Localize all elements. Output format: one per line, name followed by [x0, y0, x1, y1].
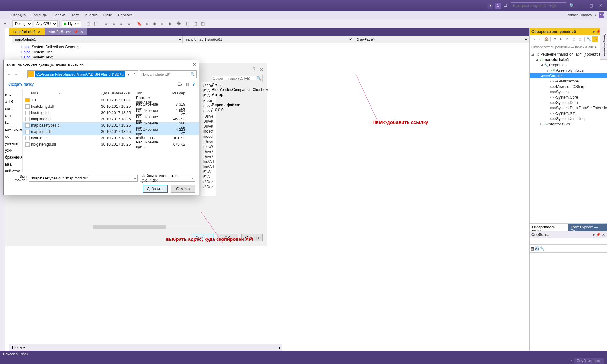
- notifications-flag-icon[interactable]: ▼: [487, 3, 493, 9]
- tab-team-explorer[interactable]: Team Explorer — Ож...: [568, 223, 607, 231]
- run-button[interactable]: ▶ Пуск ▾: [62, 20, 81, 27]
- tool-icon-4[interactable]: ≡: [111, 21, 117, 27]
- props-wrench-icon[interactable]: 🔧: [540, 246, 545, 251]
- file-search-input[interactable]: [141, 72, 190, 76]
- se-collapse-icon[interactable]: ⊟: [571, 36, 577, 42]
- tree-reference-item[interactable]: ▭▭System.Data: [530, 100, 607, 105]
- se-home-icon[interactable]: 🏠: [543, 36, 549, 42]
- col-header-type[interactable]: Тип: [133, 91, 169, 95]
- col-header-name[interactable]: Имя▲: [23, 91, 99, 95]
- tree-reference-item[interactable]: ▭▭Анализаторы: [530, 78, 607, 84]
- menu-help[interactable]: Справка: [115, 12, 135, 19]
- tool-icon-7[interactable]: 🔖: [136, 21, 143, 27]
- refmgr-scrollbar[interactable]: [89, 225, 210, 229]
- tree-reference-item[interactable]: ▭▭System.Xml.Linq: [530, 116, 607, 121]
- close-panel-icon[interactable]: ✕: [602, 233, 605, 237]
- tree-reference-item[interactable]: ▭▭System.Core: [530, 94, 607, 100]
- user-badge[interactable]: RU: [599, 12, 604, 18]
- publish-button[interactable]: Опубликовать: [574, 358, 604, 364]
- tree-reference-item[interactable]: ▭▭Microsoft.CSharp: [530, 84, 607, 89]
- path-input[interactable]: [35, 71, 125, 77]
- tool-icon-3[interactable]: ≡: [103, 21, 109, 27]
- search-icon[interactable]: 🔍: [256, 76, 261, 81]
- nav-class-select[interactable]: nanoforhabr1.startfor81: [183, 36, 353, 43]
- props-cat-icon[interactable]: ▦: [531, 246, 534, 251]
- menu-test[interactable]: Тест: [69, 12, 82, 19]
- tool-icon-10[interactable]: ◈: [159, 21, 165, 27]
- tool-icon-14[interactable]: ⬚: [192, 21, 199, 27]
- tab-solution-explorer[interactable]: Обозреватель реше...: [530, 223, 568, 231]
- dialog-close-icon[interactable]: ✕: [193, 62, 197, 67]
- feedback-icon[interactable]: ⇄: [503, 3, 509, 8]
- se-refresh-icon[interactable]: ↺: [565, 36, 570, 42]
- tool-icon-5[interactable]: ≡: [118, 21, 125, 27]
- toolbar-back-icon[interactable]: ▾: [2, 21, 8, 27]
- se-properties-icon[interactable]: 🔧: [586, 36, 592, 42]
- path-dropdown-icon[interactable]: ▾: [126, 72, 132, 76]
- tree-references[interactable]: ◢▭▭Ссылки: [530, 73, 607, 78]
- close-button[interactable]: ✕: [597, 2, 604, 9]
- pin-icon[interactable]: 📌: [73, 30, 78, 34]
- zoom-level[interactable]: 100 %: [11, 345, 22, 350]
- tree-reference-item[interactable]: ▭▭System: [530, 89, 607, 94]
- menu-analyze[interactable]: Анализ: [82, 12, 100, 19]
- tool-icon-9[interactable]: ◈: [151, 21, 158, 27]
- add-button[interactable]: Добавить: [143, 185, 168, 193]
- se-preview-icon[interactable]: ▭: [592, 36, 598, 42]
- refmgr-search-input[interactable]: [213, 76, 256, 80]
- menu-debug[interactable]: Отладка: [8, 12, 28, 19]
- error-list-panel[interactable]: Список ошибок: [0, 351, 607, 358]
- nav-method-select[interactable]: DrawFace(): [353, 36, 529, 43]
- tool-icon-15[interactable]: ⬚: [200, 21, 206, 27]
- tab-close-icon[interactable]: ✕: [38, 30, 41, 34]
- file-row[interactable]: ncauto.tlb 30.10.2017 18:25Файл "TLB"101…: [23, 135, 199, 141]
- code-editor[interactable]: using System.Collections.Generic; using …: [12, 43, 529, 61]
- tab-nanoforhabr1[interactable]: nanoforhabr1 ✕: [9, 28, 45, 35]
- se-home-icon[interactable]: ⌂: [531, 36, 536, 42]
- col-header-size[interactable]: Размер: [169, 91, 188, 95]
- tree-reference-item[interactable]: ▭▭System.Data.DataSetExtensions: [530, 105, 607, 111]
- filename-input[interactable]: "mapibasetypes.dll" "mapimgd.dll"▾: [29, 175, 138, 182]
- tool-icon-12[interactable]: �ш: [177, 21, 183, 27]
- file-row[interactable]: nrxgatemgd.dll 30.10.2017 18:25Расширени…: [23, 141, 199, 148]
- tab-close-icon-2[interactable]: ✕: [80, 30, 83, 34]
- tool-icon-13[interactable]: ⬚: [185, 21, 191, 27]
- file-row[interactable]: hostmgd.dll 30.10.2017 18:25Расширение п…: [23, 110, 199, 116]
- tab-startfor81[interactable]: startfor81.cs* 📌 ✕: [45, 28, 87, 35]
- notifications-vertical-tab[interactable]: Уведомления: [600, 28, 607, 60]
- minimize-button[interactable]: —: [578, 2, 586, 9]
- nav-up-icon[interactable]: ↑: [20, 71, 26, 77]
- pin-icon[interactable]: 📌: [596, 233, 601, 237]
- tool-icon-1[interactable]: ⬚: [85, 21, 91, 27]
- tree-project[interactable]: ◢c#nanoforhabr1: [530, 57, 607, 62]
- help-icon[interactable]: ?: [193, 82, 195, 87]
- help-icon[interactable]: ?: [253, 67, 255, 72]
- view-details-icon[interactable]: ▥: [186, 82, 189, 87]
- menu-tools[interactable]: Сервис: [50, 12, 68, 19]
- menu-team[interactable]: Команда: [29, 12, 49, 19]
- tree-properties[interactable]: ◢🔧Properties: [530, 62, 607, 68]
- se-scope-icon[interactable]: ⊙: [552, 36, 558, 42]
- nav-fwd-icon[interactable]: →: [13, 71, 19, 77]
- filetype-filter[interactable]: Файлы компонентов (*.dll;*.tlb;▾: [140, 175, 195, 182]
- refmgr-close-icon[interactable]: ✕: [259, 67, 263, 73]
- platform-select[interactable]: Any CPU: [34, 20, 58, 27]
- nav-back-icon[interactable]: ←: [6, 71, 12, 77]
- dropdown-icon[interactable]: ▾: [593, 29, 595, 34]
- se-sync-icon[interactable]: ↻: [558, 36, 564, 42]
- tree-startfor81[interactable]: ▷✓c#startfor81.cs: [530, 121, 607, 127]
- quick-launch-input[interactable]: [511, 2, 566, 9]
- se-showfiles-icon[interactable]: ⊞: [577, 36, 583, 42]
- config-select[interactable]: Debug: [12, 20, 32, 27]
- props-sort-icon[interactable]: A↓: [535, 246, 539, 251]
- col-header-date[interactable]: Дата изменения: [99, 91, 133, 95]
- nav-tree[interactable]: ить а ТВ екты ота ба компьютер ео ументы…: [4, 89, 23, 172]
- scroll-arrow-left[interactable]: ◂: [278, 345, 280, 350]
- solution-search-input[interactable]: [530, 43, 607, 51]
- user-name[interactable]: Roman Ulianov: [566, 13, 592, 17]
- tree-solution[interactable]: ◢⬚Решение "nanoForHabr" (проектов: 1): [530, 52, 607, 57]
- search-icon[interactable]: 🔍: [568, 3, 576, 8]
- cancel-button[interactable]: Отмена: [171, 185, 195, 193]
- tool-icon-2[interactable]: ⬚: [93, 21, 99, 27]
- search-icon[interactable]: 🔍: [190, 72, 195, 76]
